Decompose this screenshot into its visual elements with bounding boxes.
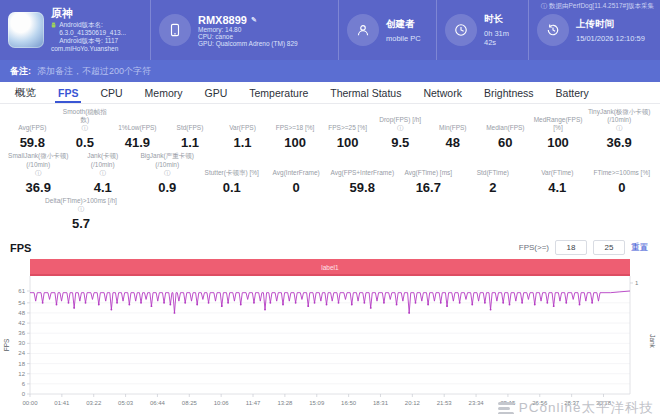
metric-avg-interframe-: Avg(InterFrame)0 — [264, 168, 328, 195]
metric-value: 59.8 — [330, 180, 394, 195]
tab-battery[interactable]: Battery — [545, 82, 600, 103]
fps-threshold-input-1[interactable] — [555, 240, 587, 255]
app-package: com.miHoYo.Yuanshen — [51, 45, 142, 53]
svg-text:54: 54 — [18, 300, 25, 306]
upload-value: 15/01/2026 12:10:59 — [576, 34, 645, 43]
metric-medrange-fps-%-: MedRange(FPS)[%]100 — [532, 116, 585, 150]
svg-text:01:41: 01:41 — [54, 400, 70, 406]
metrics-row-2: SmallJank(微小卡顿)(/10min) ⓘ36.9Jank(卡顿)(/1… — [6, 152, 654, 194]
svg-text:42: 42 — [18, 320, 25, 326]
svg-text:25:15: 25:15 — [500, 400, 516, 406]
fps-threshold-input-2[interactable] — [593, 240, 625, 255]
metrics-row-1: Avg(FPS)59.8Smooth(稳帧指数) ⓘ0.51%Low(FPS)4… — [6, 108, 654, 150]
clock-icon — [445, 14, 477, 46]
user-icon — [347, 14, 379, 46]
svg-text:30: 30 — [18, 340, 25, 346]
tab-gpu[interactable]: GPU — [194, 82, 239, 103]
edit-icon[interactable]: ✎ — [251, 16, 257, 24]
svg-text:08:25: 08:25 — [182, 400, 198, 406]
metric-delta-ftime->100ms-h-: Delta(FTime)>100ms [/h] ⓘ5.7 — [6, 197, 156, 231]
metric-label: Jank(卡顿)(/10min) ⓘ — [72, 152, 132, 176]
tab-fps[interactable]: FPS — [47, 82, 89, 103]
metric-min-fps-: Min(FPS)48 — [427, 123, 480, 150]
note-bar: 备注: 添加备注，不超过200个字符 — [0, 60, 660, 82]
android-icon — [51, 21, 56, 29]
svg-text:1: 1 — [635, 280, 639, 286]
metric-label: FPS>=25 [%] — [323, 123, 372, 132]
svg-text:18: 18 — [18, 361, 25, 367]
info-icon[interactable]: ⓘ — [8, 169, 68, 177]
metric-label: Std(FPS) — [166, 123, 215, 132]
metric-label: FTime>=100ms [%] — [592, 168, 652, 177]
metric-value: 4.1 — [72, 180, 132, 195]
metric-label: Min(FPS) — [429, 123, 478, 132]
svg-text:15:09: 15:09 — [309, 400, 325, 406]
metric-smooth-: Smooth(稳帧指数) ⓘ0.5 — [59, 108, 112, 150]
device-gpu: GPU: Qualcomm Adreno (TM) 829 — [198, 40, 298, 47]
metric-value: 60 — [481, 135, 530, 150]
svg-text:26:56: 26:56 — [532, 400, 548, 406]
tab-brightness[interactable]: Brightness — [473, 82, 545, 103]
metric-1%low-fps-: 1%Low(FPS)41.9 — [111, 123, 164, 150]
metric-label: Smooth(稳帧指数) ⓘ — [61, 108, 110, 132]
metric-label: Delta(FTime)>100ms [/h] ⓘ — [8, 197, 154, 213]
device-block: RMX8899 ✎ Memory: 14.80 CPU: canoe GPU: … — [150, 0, 338, 60]
metric-std-fps-: Std(FPS)1.1 — [164, 123, 217, 150]
metric-ftime>=100ms-%-: FTime>=100ms [%]0 — [590, 168, 654, 195]
tab-memory[interactable]: Memory — [134, 82, 194, 103]
metrics-panel: Avg(FPS)59.8Smooth(稳帧指数) ⓘ0.51%Low(FPS)4… — [0, 104, 660, 231]
tab-thermal-status[interactable]: Thermal Status — [319, 82, 412, 103]
info-icon[interactable]: ⓘ — [137, 169, 197, 177]
info-icon[interactable]: ⓘ — [8, 205, 154, 213]
duration-label: 时长 — [484, 13, 520, 26]
metric-value: 1.1 — [218, 135, 267, 150]
metric-label: MedRange(FPS)[%] — [534, 116, 583, 132]
fps-chart-area: label106121824303642485461100:0001:4103:… — [0, 257, 660, 414]
svg-text:10:06: 10:06 — [214, 400, 230, 406]
report-header: ⓘ 数据由PerfDog[11.4.2517#]版本采集 原神 Android版… — [0, 0, 660, 60]
metric-label: Stutter(卡顿率) [%] — [201, 168, 261, 177]
metric-median-fps-: Median(FPS)60 — [479, 123, 532, 150]
metric-label: Avg(FTime) [ms] — [398, 168, 458, 177]
metric-value: 100 — [323, 135, 372, 150]
tab-network[interactable]: Network — [412, 82, 473, 103]
metric-value: 5.7 — [8, 216, 154, 231]
note-input[interactable]: 添加备注，不超过200个字符 — [37, 65, 151, 78]
metric-label: Avg(InterFrame) — [266, 168, 326, 177]
metric-value: 9.5 — [376, 135, 425, 150]
metric-label: Median(FPS) — [481, 123, 530, 132]
metric-label: Var(FTime) — [527, 168, 587, 177]
reset-button[interactable]: 重置 — [631, 242, 648, 254]
app-version-name: Android版本名: 6.3.0_41350619_413... — [59, 21, 142, 37]
svg-text:11:47: 11:47 — [246, 400, 261, 406]
svg-text:03:22: 03:22 — [86, 400, 102, 406]
app-block: 原神 Android版本名: 6.3.0_41350619_413... And… — [0, 0, 150, 60]
tab-cpu[interactable]: CPU — [89, 82, 133, 103]
creator-block: 创建者 mobile PC — [338, 0, 436, 60]
tab-temperature[interactable]: Temperature — [238, 82, 319, 103]
metric-label: 1%Low(FPS) — [113, 123, 162, 132]
svg-text:06:44: 06:44 — [150, 400, 166, 406]
svg-text:48: 48 — [18, 310, 25, 316]
metric-fps>=25-%-: FPS>=25 [%]100 — [321, 123, 374, 150]
info-icon[interactable]: ⓘ — [61, 124, 110, 132]
metric-fps>=18-%-: FPS>=18 [%]100 — [269, 123, 322, 150]
metric-label: Drop(FPS) [/h] ⓘ — [376, 116, 425, 132]
svg-text:label1: label1 — [321, 264, 339, 271]
info-icon[interactable]: ⓘ — [376, 124, 425, 132]
upload-label: 上传时间 — [576, 18, 645, 31]
svg-text:Jank: Jank — [649, 334, 656, 348]
creator-value: mobile PC — [386, 34, 421, 43]
tab-bar: 概览FPSCPUMemoryGPUTemperatureThermal Stat… — [0, 82, 660, 104]
info-icon[interactable]: ⓘ — [586, 124, 652, 132]
fps-chart[interactable]: label106121824303642485461100:0001:4103:… — [0, 257, 660, 414]
metric-value: 4.1 — [527, 180, 587, 195]
device-memory: Memory: 14.80 — [198, 26, 298, 33]
metric-value: 36.9 — [8, 180, 68, 195]
svg-text:16:50: 16:50 — [341, 400, 357, 406]
info-icon[interactable]: ⓘ — [72, 169, 132, 177]
metric-value: 41.9 — [113, 135, 162, 150]
metric-value: 100 — [534, 135, 583, 150]
tab-概览[interactable]: 概览 — [4, 82, 47, 103]
metric-avg-fps-: Avg(FPS)59.8 — [6, 123, 59, 150]
